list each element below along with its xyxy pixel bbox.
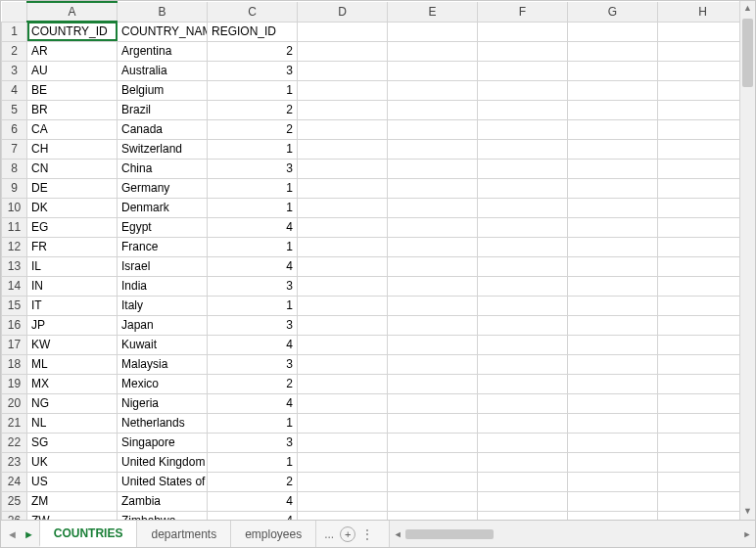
cell-A15[interactable]: IT <box>27 296 118 315</box>
cell-B18[interactable]: Malaysia <box>118 354 208 374</box>
cell[interactable] <box>388 452 478 472</box>
cell[interactable] <box>478 61 568 80</box>
cell[interactable] <box>478 159 568 178</box>
cell-B12[interactable]: France <box>118 237 208 256</box>
cell[interactable] <box>388 472 478 491</box>
cell[interactable] <box>388 80 478 100</box>
cell[interactable] <box>388 159 478 178</box>
hscroll-track[interactable] <box>405 528 739 540</box>
cell[interactable] <box>658 22 740 41</box>
cell[interactable] <box>298 237 388 256</box>
cell[interactable] <box>478 452 568 472</box>
cell-A19[interactable]: MX <box>27 374 118 393</box>
cell[interactable] <box>478 217 568 237</box>
row-header-10[interactable]: 10 <box>2 198 27 217</box>
row-header-2[interactable]: 2 <box>2 41 27 61</box>
cell[interactable] <box>658 354 740 374</box>
cell-A1[interactable]: COUNTRY_ID <box>27 22 118 41</box>
row-header-11[interactable]: 11 <box>2 217 27 237</box>
cell-B24[interactable]: United States of America <box>118 472 208 491</box>
row-header-8[interactable]: 8 <box>2 159 27 178</box>
cell-B5[interactable]: Brazil <box>118 100 208 119</box>
cell[interactable] <box>658 41 740 61</box>
cell-C19[interactable]: 2 <box>208 374 298 393</box>
cell[interactable] <box>658 80 740 100</box>
row-header-13[interactable]: 13 <box>2 256 27 276</box>
cell[interactable] <box>478 119 568 139</box>
cell[interactable] <box>658 413 740 433</box>
scroll-up-icon[interactable]: ▲ <box>740 1 755 17</box>
cell[interactable] <box>298 198 388 217</box>
row-header-6[interactable]: 6 <box>2 119 27 139</box>
cell-C8[interactable]: 3 <box>208 159 298 178</box>
cell-B10[interactable]: Denmark <box>118 198 208 217</box>
cell[interactable] <box>478 178 568 198</box>
cell[interactable] <box>568 237 658 256</box>
row-header-5[interactable]: 5 <box>2 100 27 119</box>
row-header-23[interactable]: 23 <box>2 452 27 472</box>
cell-C1[interactable]: REGION_ID <box>208 22 298 41</box>
cell-B11[interactable]: Egypt <box>118 217 208 237</box>
cell[interactable] <box>298 80 388 100</box>
cell-A10[interactable]: DK <box>27 198 118 217</box>
cell-B3[interactable]: Australia <box>118 61 208 80</box>
cell-B1[interactable]: COUNTRY_NAME <box>118 22 208 41</box>
cell-A3[interactable]: AU <box>27 61 118 80</box>
cell-C3[interactable]: 3 <box>208 61 298 80</box>
cell[interactable] <box>298 433 388 452</box>
col-header-E[interactable]: E <box>388 2 478 22</box>
cell[interactable] <box>298 119 388 139</box>
cell[interactable] <box>298 256 388 276</box>
cell[interactable] <box>388 256 478 276</box>
cell-A5[interactable]: BR <box>27 100 118 119</box>
cell[interactable] <box>568 139 658 159</box>
cell[interactable] <box>298 61 388 80</box>
cell-C12[interactable]: 1 <box>208 237 298 256</box>
vertical-scrollbar[interactable]: ▲ ▼ <box>739 1 755 520</box>
cell[interactable] <box>298 315 388 335</box>
cell-C24[interactable]: 2 <box>208 472 298 491</box>
cell[interactable] <box>658 159 740 178</box>
row-header-19[interactable]: 19 <box>2 374 27 393</box>
cell[interactable] <box>568 256 658 276</box>
cell[interactable] <box>658 335 740 354</box>
cell-A17[interactable]: KW <box>27 335 118 354</box>
scroll-right-icon[interactable]: ► <box>739 529 755 539</box>
cell-B13[interactable]: Israel <box>118 256 208 276</box>
cell-C23[interactable]: 1 <box>208 452 298 472</box>
cell-B6[interactable]: Canada <box>118 119 208 139</box>
add-sheet-icon[interactable]: + <box>340 526 355 542</box>
cell[interactable] <box>658 237 740 256</box>
cell[interactable] <box>388 276 478 296</box>
row-header-1[interactable]: 1 <box>2 22 27 41</box>
cell[interactable] <box>478 491 568 511</box>
cell[interactable] <box>388 354 478 374</box>
cell-A8[interactable]: CN <box>27 159 118 178</box>
row-header-22[interactable]: 22 <box>2 433 27 452</box>
row-header-14[interactable]: 14 <box>2 276 27 296</box>
cell[interactable] <box>388 237 478 256</box>
hscroll-thumb[interactable] <box>405 529 494 539</box>
cell[interactable] <box>568 491 658 511</box>
cell-B15[interactable]: Italy <box>118 296 208 315</box>
cell[interactable] <box>388 139 478 159</box>
cell[interactable] <box>658 119 740 139</box>
cell[interactable] <box>568 315 658 335</box>
cell[interactable] <box>568 433 658 452</box>
scroll-down-icon[interactable]: ▼ <box>740 504 755 520</box>
col-header-G[interactable]: G <box>568 2 658 22</box>
cell-A14[interactable]: IN <box>27 276 118 296</box>
cell-C14[interactable]: 3 <box>208 276 298 296</box>
cell[interactable] <box>478 335 568 354</box>
cell[interactable] <box>388 119 478 139</box>
cell[interactable] <box>658 178 740 198</box>
cell[interactable] <box>478 41 568 61</box>
row-header-18[interactable]: 18 <box>2 354 27 374</box>
cell-C7[interactable]: 1 <box>208 139 298 159</box>
cell[interactable] <box>658 393 740 413</box>
cell-B23[interactable]: United Kingdom <box>118 452 208 472</box>
cell[interactable] <box>568 119 658 139</box>
cell-B16[interactable]: Japan <box>118 315 208 335</box>
cell-A18[interactable]: ML <box>27 354 118 374</box>
cell-B9[interactable]: Germany <box>118 178 208 198</box>
